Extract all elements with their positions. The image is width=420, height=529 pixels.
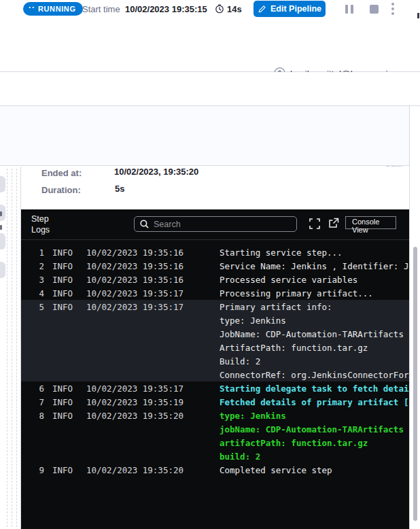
pencil-icon bbox=[258, 5, 266, 14]
log-msg: type: Jenkins bbox=[220, 411, 409, 421]
log-ln: 9 bbox=[21, 465, 44, 475]
log-lvl: INFO bbox=[52, 397, 86, 407]
ended-at-value: 10/02/2023, 19:35:20 bbox=[114, 167, 198, 177]
log-ln: 8 bbox=[21, 411, 44, 421]
log-msg: Build: 2 bbox=[220, 356, 409, 366]
step-logs-console: Step Logs Console View 1INFO10/02/2023 1… bbox=[21, 209, 409, 529]
log-row: 3INFO10/02/2023 19:35:16Processed servic… bbox=[21, 273, 409, 286]
log-row: 9INFO10/02/2023 19:35:20Completed servic… bbox=[21, 463, 409, 477]
log-msg: Processing primary artifact... bbox=[220, 288, 409, 298]
duration-label: Duration: bbox=[41, 185, 81, 195]
log-msg: type: Jenkins bbox=[220, 315, 409, 326]
log-lvl: INFO bbox=[52, 275, 86, 285]
log-row: ArtifactPath: function.tar.gz bbox=[21, 341, 409, 354]
log-lvl: INFO bbox=[52, 383, 86, 394]
console-view-button[interactable]: Console View bbox=[345, 216, 396, 229]
log-ts: 10/02/2023 19:35:17 bbox=[86, 383, 220, 394]
log-row: build: 2 bbox=[21, 449, 409, 463]
search-icon bbox=[140, 220, 149, 228]
stop-icon[interactable] bbox=[370, 5, 379, 14]
log-ln: 4 bbox=[21, 288, 44, 298]
pipeline-graph-area bbox=[0, 106, 409, 166]
step-details-panel: Ended at: 10/02/2023, 19:35:20 Duration:… bbox=[21, 167, 409, 209]
log-msg: ArtifactPath: function.tar.gz bbox=[220, 343, 409, 353]
log-ts: 10/02/2023 19:35:16 bbox=[86, 275, 220, 285]
clock-icon bbox=[215, 4, 224, 14]
log-row: 7INFO10/02/2023 19:35:19Fetched details … bbox=[21, 395, 409, 409]
log-ts: 10/02/2023 19:35:20 bbox=[86, 411, 220, 421]
log-row: Build: 2 bbox=[21, 354, 409, 368]
log-ts: 10/02/2023 19:35:16 bbox=[86, 261, 220, 271]
log-row: 5INFO10/02/2023 19:35:17Primary artifact… bbox=[21, 300, 409, 313]
edit-pipeline-button[interactable]: Edit Pipeline bbox=[253, 1, 326, 17]
step-logs-title: Step Logs bbox=[31, 214, 58, 235]
log-msg: Primary artifact info: bbox=[220, 302, 409, 312]
log-msg: Starting service step... bbox=[220, 248, 409, 258]
log-lvl: INFO bbox=[52, 288, 86, 298]
log-row: jobName: CDP-Automation-TARArtifacts bbox=[21, 422, 409, 436]
pipeline-execution-page: ·· RUNNING Start time 10/02/2023 19:35:1… bbox=[0, 0, 420, 529]
kebab-menu-icon[interactable] bbox=[391, 3, 394, 15]
step-node-fragment bbox=[0, 262, 5, 278]
open-in-new-icon[interactable] bbox=[328, 218, 339, 228]
log-row: artifactPath: function.tar.gz bbox=[21, 436, 409, 449]
log-msg: Completed service step bbox=[220, 465, 409, 475]
log-search-box[interactable] bbox=[134, 216, 297, 232]
log-msg: build: 2 bbox=[220, 451, 409, 462]
timeline-dashed-line bbox=[12, 169, 12, 527]
log-ln: 6 bbox=[21, 383, 44, 394]
fullscreen-expand-icon[interactable] bbox=[309, 218, 320, 229]
execution-topbar: ·· RUNNING Start time 10/02/2023 19:35:1… bbox=[0, 0, 420, 18]
console-header: Step Logs Console View bbox=[21, 209, 409, 240]
step-node-fragment bbox=[0, 233, 5, 250]
duration-value: 5s bbox=[115, 184, 124, 194]
log-msg: jobName: CDP-Automation-TARArtifacts bbox=[220, 424, 409, 434]
search-input[interactable] bbox=[154, 220, 283, 229]
ended-at-label: Ended at: bbox=[41, 168, 82, 178]
log-row: 1INFO10/02/2023 19:35:16Starting service… bbox=[21, 245, 409, 259]
log-lvl: INFO bbox=[52, 248, 86, 258]
pause-icon[interactable] bbox=[345, 5, 353, 14]
log-row: ConnectorRef: org.JenkinsConnectorForAut… bbox=[21, 368, 409, 381]
step-node-tick bbox=[0, 225, 2, 230]
log-row: 4INFO10/02/2023 19:35:17Processing prima… bbox=[21, 286, 409, 300]
log-msg: Service Name: Jenkins , Identifier: Jenk… bbox=[220, 261, 409, 271]
elapsed-duration: 14s bbox=[227, 4, 242, 14]
log-row: 6INFO10/02/2023 19:35:17Starting delegat… bbox=[21, 381, 409, 395]
log-ts: 10/02/2023 19:35:16 bbox=[86, 248, 220, 258]
log-row: JobName: CDP-Automation-TARArtifacts bbox=[21, 327, 409, 341]
status-badge-label: RUNNING bbox=[38, 5, 76, 13]
log-msg: Starting delegate task to fetch details … bbox=[220, 383, 409, 394]
console-view-row: Console View bbox=[0, 72, 420, 106]
log-msg: Processed service variables bbox=[220, 275, 409, 285]
log-lvl: INFO bbox=[52, 465, 86, 475]
log-msg: JobName: CDP-Automation-TARArtifacts bbox=[220, 329, 409, 339]
log-row: 2INFO10/02/2023 19:35:16Service Name: Je… bbox=[21, 259, 409, 273]
log-lvl: INFO bbox=[52, 261, 86, 271]
scrollbar-thumb[interactable] bbox=[413, 247, 417, 521]
step-node-fragment bbox=[0, 176, 5, 192]
log-ln: 1 bbox=[21, 248, 44, 258]
log-ts: 10/02/2023 19:35:17 bbox=[86, 288, 220, 298]
user-row: kanika.mittal@harness.io bbox=[0, 18, 420, 72]
log-ln: 3 bbox=[21, 275, 44, 285]
log-area[interactable]: 1INFO10/02/2023 19:35:16Starting service… bbox=[21, 240, 409, 529]
timeline-dashed-line bbox=[7, 169, 7, 527]
log-msg: artifactPath: function.tar.gz bbox=[220, 438, 409, 448]
timeline-dashed-line bbox=[16, 169, 17, 527]
status-badge: ·· RUNNING bbox=[23, 2, 83, 16]
start-time-value: 10/02/2023 19:35:15 bbox=[125, 4, 207, 14]
edit-pipeline-label: Edit Pipeline bbox=[270, 4, 321, 14]
log-ts: 10/02/2023 19:35:20 bbox=[86, 465, 220, 475]
right-scroll-gutter bbox=[409, 106, 420, 529]
log-lvl: INFO bbox=[52, 302, 86, 312]
start-time-label: Start time bbox=[82, 4, 120, 14]
collapsed-step-list-strip bbox=[0, 167, 21, 529]
log-row: type: Jenkins bbox=[21, 313, 409, 327]
highlighted-log-block: 5INFO10/02/2023 19:35:17Primary artifact… bbox=[21, 300, 409, 381]
log-msg: ConnectorRef: org.JenkinsConnectorForAut… bbox=[220, 370, 409, 380]
log-ts: 10/02/2023 19:35:17 bbox=[86, 302, 220, 312]
log-ts: 10/02/2023 19:35:19 bbox=[86, 397, 220, 407]
log-ln: 2 bbox=[21, 261, 44, 271]
log-ln: 7 bbox=[21, 397, 44, 407]
